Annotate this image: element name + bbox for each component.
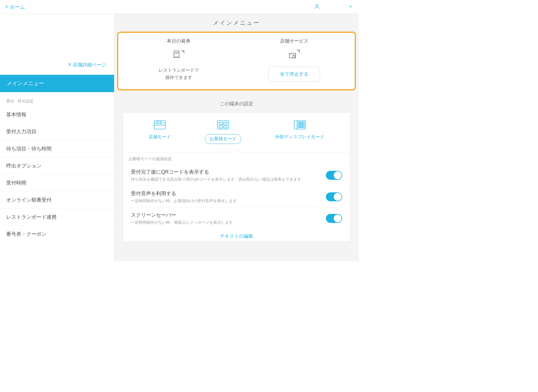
store-link-label: 店舗詳細ページ [73,62,106,68]
sidebar-item-label: 呼出オプション [6,163,41,169]
svg-rect-13 [219,122,222,125]
sidebar-item-wait-time[interactable]: 待ち項目・待ち時間 [0,140,114,157]
sidebar-item-ticket-coupon[interactable]: 番号券・クーポン [0,226,114,242]
todays-tickets-note: レストランボードで 操作できます [159,67,199,81]
sidebar-item-basic-info[interactable]: 基本情報 [0,106,114,123]
back-label: ホーム [10,4,25,10]
sidebar-spacer [0,14,114,62]
svg-rect-25 [298,126,300,128]
note-line1: レストランボードで [159,68,199,73]
external-link-icon [68,62,71,68]
svg-rect-21 [303,122,304,123]
sidebar-item-label: オンライン順番受付 [6,197,52,203]
settings-subheader: お客様モードの追加設定 [123,152,350,164]
topbar-right [314,3,353,11]
sidebar-item-label: 受付時間 [6,180,26,186]
sidebar-item-call-options[interactable]: 呼出オプション [0,157,114,174]
store-refresh-icon [287,49,301,62]
store-mode-icon [154,120,166,131]
svg-point-0 [316,4,318,6]
topbar: ホーム [0,0,359,14]
setting-text: スクリーンセーバー 一定時間操作がない時、画面上にメッセージを表示します [131,212,233,225]
sidebar-item-label: レストランボード連携 [6,214,57,220]
sidebar-item-online-queue[interactable]: オンライン順番受付 [0,192,114,209]
customer-mode-icon [217,120,229,131]
svg-rect-20 [300,122,302,123]
toggle-knob [334,193,342,201]
svg-rect-22 [298,124,300,125]
sidebar-item-label: 待ち項目・待ち時間 [6,146,52,151]
setting-row-audio: 受付音声を利用する 一定時間操作がない時、お客様向けの受付音声を再生します [123,186,350,207]
mode-store[interactable]: 店舗モード [149,120,171,144]
note-line2: 操作できます [165,75,192,80]
stop-all-button[interactable]: 全て停止する [268,67,320,81]
device-card: 店舗モード お客様モード [123,113,350,241]
svg-rect-15 [219,126,222,128]
device-settings-title: この端末の設定 [114,90,359,113]
mode-external-label: 外部ディスプレイモード [275,134,324,140]
setting-text: 受付音声を利用する 一定時間操作がない時、お客様向けの受付音声を再生します [131,190,237,204]
setting-desc: 待ち状況を確認できる読み取り用のQRコードを表示します 読み取れない場合は発券も… [131,177,301,182]
svg-rect-14 [224,122,227,125]
sidebar-item-main-menu[interactable]: メインメニュー [0,75,114,92]
edit-text-link[interactable]: テキストの編集 [123,229,350,241]
mode-store-label: 店舗モード [149,134,171,140]
toggle-knob [334,214,342,222]
sidebar-item-label: 受付入力項目 [6,129,36,134]
mode-external-display[interactable]: 外部ディスプレイモード [275,120,324,144]
toggle-knob [334,171,342,179]
setting-text: 受付完了後にQRコードを表示する 待ち状況を確認できる読み取り用のQRコードを表… [131,169,301,182]
back-button[interactable]: ホーム [6,3,25,11]
svg-rect-23 [300,124,302,125]
svg-point-3 [177,53,178,53]
setting-desc: 一定時間操作がない時、画面上にメッセージを表示します [131,220,233,225]
main-panel: メインメニュー 本日の発券 レストランボードで [114,14,359,261]
highlight-card: 本日の発券 レストランボードで 操作できます [117,32,356,90]
setting-row-screensaver: スクリーンセーバー 一定時間操作がない時、画面上にメッセージを表示します [123,207,350,229]
svg-point-2 [176,53,177,53]
setting-title: スクリーンセーバー [131,212,233,218]
svg-rect-16 [224,126,227,128]
sidebar-section-label: 受付・呼出設定 [0,92,114,106]
main-title: メインメニュー [114,14,359,32]
svg-point-1 [175,53,176,53]
store-detail-link[interactable]: 店舗詳細ページ [0,62,114,75]
toggle-audio[interactable] [326,192,342,201]
sidebar: 店舗詳細ページ メインメニュー 受付・呼出設定 基本情報 受付入力項目 待ち項目… [0,14,114,261]
store-service-block: 店舗サービス 全て停止する [239,38,350,81]
todays-tickets-title: 本日の発券 [167,38,191,44]
svg-rect-4 [293,55,295,58]
todays-tickets-block: 本日の発券 レストランボードで 操作できます [123,38,234,81]
setting-desc: 一定時間操作がない時、お客様向けの受付音声を再生します [131,199,237,204]
receipt-refresh-icon [172,49,186,62]
setting-title: 受付音声を利用する [131,190,237,197]
mode-row: 店舗モード お客様モード [123,113,350,152]
svg-rect-19 [298,122,300,123]
chevron-down-icon[interactable] [348,3,353,11]
sidebar-active-label: メインメニュー [7,80,44,86]
svg-rect-26 [300,126,302,128]
sidebar-item-input-fields[interactable]: 受付入力項目 [0,123,114,140]
sidebar-item-restaurant-board[interactable]: レストランボード連携 [0,209,114,226]
svg-rect-5 [154,121,165,129]
setting-row-qr: 受付完了後にQRコードを表示する 待ち状況を確認できる読み取り用のQRコードを表… [123,164,350,186]
mode-customer-label: お客様モード [205,134,241,144]
toggle-screensaver[interactable] [326,214,342,223]
settings-subheader-label: お客様モードの追加設定 [129,157,172,161]
store-service-title: 店舗サービス [280,38,309,44]
toggle-qr[interactable] [326,171,342,180]
svg-rect-24 [303,124,304,125]
sidebar-item-label: 番号券・クーポン [6,231,47,237]
user-icon[interactable] [314,3,320,11]
setting-title: 受付完了後にQRコードを表示する [131,169,301,175]
sidebar-item-reception-time[interactable]: 受付時間 [0,174,114,192]
mode-customer[interactable]: お客様モード [205,120,241,144]
external-display-mode-icon [294,120,306,131]
chevron-left-icon [6,3,8,11]
sidebar-item-label: 基本情報 [6,112,26,117]
svg-rect-27 [303,126,304,128]
